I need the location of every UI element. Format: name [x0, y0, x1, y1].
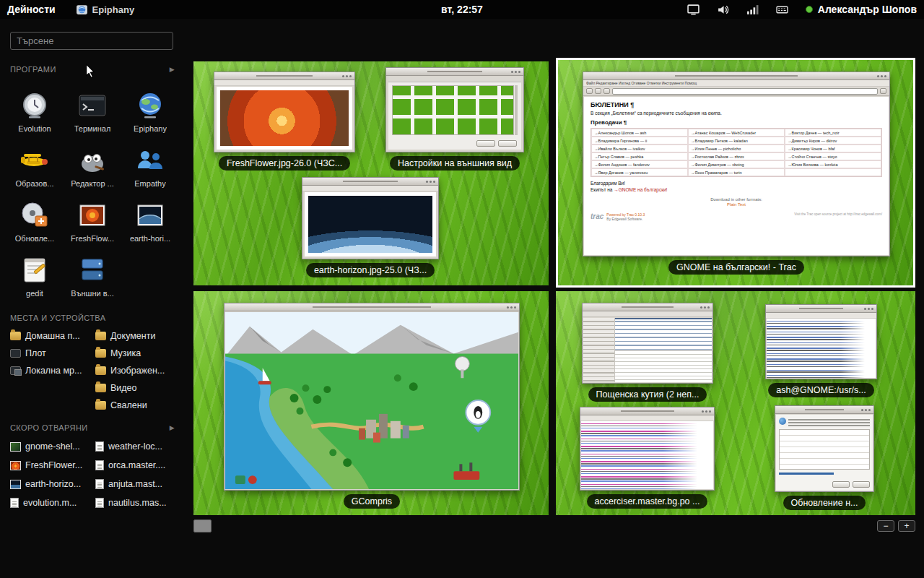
- activities-button[interactable]: Дейности: [7, 4, 56, 15]
- place-videos[interactable]: Видео: [95, 381, 180, 394]
- app-tile-external-drives[interactable]: Външни в...: [64, 247, 121, 298]
- window-gimp-earth[interactable]: [302, 177, 439, 259]
- window-menubar: [214, 80, 354, 86]
- translator-cell: →Красимир Чонов — bfaf: [785, 144, 881, 152]
- search-input[interactable]: [10, 32, 173, 50]
- appearance-tabs: [388, 77, 521, 82]
- recent-item[interactable]: evolution.m...: [10, 496, 95, 510]
- place-downloads[interactable]: Свалени: [95, 399, 180, 412]
- app-tile-terminal[interactable]: Терминал: [64, 82, 121, 133]
- place-desktop[interactable]: Плот: [10, 347, 95, 360]
- user-menu[interactable]: Александър Шопов: [806, 4, 917, 15]
- url-bar[interactable]: [612, 88, 878, 95]
- display-icon[interactable]: [687, 4, 699, 16]
- download-label: Download in other formats:: [710, 197, 762, 202]
- updater-link-line: [779, 473, 834, 475]
- app-menu-label: Epiphany: [92, 4, 135, 15]
- forward-button[interactable]: [595, 88, 601, 94]
- reload-button[interactable]: [603, 88, 610, 94]
- recent-item[interactable]: earth-horizo...: [10, 477, 95, 491]
- downloads-folder-icon: [95, 401, 106, 410]
- workspace-1[interactable]: FreshFlower.jpg-26.0 (ЧЗС... Настройки н…: [193, 61, 549, 285]
- window-software-update[interactable]: [775, 405, 874, 492]
- recent-item[interactable]: gnome-shel...: [10, 439, 95, 454]
- app-menu[interactable]: Epiphany: [76, 4, 135, 16]
- back-button[interactable]: [586, 88, 593, 94]
- app-tile-epiphany[interactable]: Epiphany: [121, 82, 179, 133]
- remove-workspace-button[interactable]: −: [877, 520, 894, 532]
- plain-text-link[interactable]: Plain Text: [590, 202, 882, 207]
- app-tile-earth-horizon[interactable]: earth-hori...: [121, 192, 179, 243]
- app-tile-empathy[interactable]: Empathy: [121, 137, 179, 188]
- recent-item[interactable]: orca.master....: [95, 458, 180, 473]
- browser-menubar: Файл Редактиране Изглед Отиване Отметки …: [583, 80, 889, 87]
- place-label: Плот: [25, 348, 46, 358]
- recent-item[interactable]: anjuta.mast...: [95, 477, 180, 491]
- places-right-column: Документи Музика Изображен... Видео Свал…: [95, 329, 180, 412]
- go-button[interactable]: [880, 88, 886, 94]
- powered-by: Powered by Trac 0.10.3 By Edgewall Softw…: [606, 212, 645, 221]
- team-link[interactable]: →GNOME на български!: [614, 187, 667, 192]
- app-tile-evolution[interactable]: Evolution: [6, 82, 64, 133]
- epiphany-icon: [134, 90, 166, 121]
- window-label: Пощенска кутия (2 неп...: [588, 387, 707, 402]
- recent-item[interactable]: nautilus.mas...: [95, 496, 180, 510]
- thanks-text: Благодарим Ви!: [590, 181, 882, 186]
- window-menubar: [766, 313, 876, 319]
- workspace-4[interactable]: Пощенска кутия (2 неп... ash@GNOME:/usr/…: [556, 291, 915, 515]
- network-signal-icon[interactable]: [746, 4, 759, 16]
- documents-folder-icon: [95, 332, 106, 340]
- recent-right-column: weather-loc... orca.master.... anjuta.ma…: [95, 439, 180, 510]
- mail-main-pane: [615, 318, 712, 382]
- place-documents[interactable]: Документи: [95, 329, 180, 342]
- clock[interactable]: вт, 22:57: [441, 4, 483, 15]
- workspace-pager[interactable]: [193, 519, 212, 532]
- recent-item[interactable]: weather-loc...: [95, 439, 180, 454]
- app-tile-updates[interactable]: Обновле...: [6, 192, 64, 243]
- gcompris-map: [225, 312, 518, 489]
- recent-label: orca.master....: [108, 460, 165, 470]
- app-tile-gcompris[interactable]: Образов...: [6, 137, 64, 188]
- recent-item[interactable]: FreshFlower...: [10, 458, 95, 473]
- window-titlebar: [214, 72, 354, 80]
- recent-expand-icon[interactable]: ▶: [170, 424, 175, 431]
- gedit-icon: [19, 254, 51, 286]
- window-titlebar: [775, 406, 873, 414]
- volume-icon[interactable]: [717, 4, 729, 16]
- window-group-trac: Файл Редактиране Изглед Отиване Отметки …: [583, 72, 890, 275]
- text-file-icon: [95, 479, 104, 489]
- app-label: Epiphany: [134, 124, 167, 133]
- place-label: Музика: [110, 348, 141, 358]
- window-titlebar: [302, 178, 438, 186]
- place-home[interactable]: Домашна п...: [10, 329, 95, 342]
- place-pictures[interactable]: Изображен...: [95, 364, 180, 377]
- app-label: Empathy: [134, 179, 165, 188]
- recent-label: evolution.m...: [23, 498, 77, 508]
- window-gimp-freshflower[interactable]: [214, 72, 355, 152]
- page-footer: trac Powered by Trac 0.10.3 By Edgewall …: [590, 212, 882, 221]
- add-workspace-button[interactable]: +: [898, 520, 915, 532]
- window-label: GNOME на български! - Trac: [668, 260, 804, 275]
- window-gcompris[interactable]: [224, 303, 520, 491]
- window-evolution-mail[interactable]: [582, 303, 713, 384]
- window-terminal[interactable]: [765, 304, 877, 379]
- keyboard-input-icon[interactable]: [776, 4, 788, 16]
- app-tile-gedit[interactable]: gedit: [6, 247, 64, 298]
- workspace-3[interactable]: GCompris: [193, 291, 549, 515]
- mail-preview-pane: [615, 351, 712, 382]
- translator-cell: →Димитър Киров — dkirov: [785, 137, 881, 144]
- gcompris-plane-icon: [19, 144, 51, 176]
- updates-list: [779, 429, 870, 470]
- place-local-network[interactable]: Локална мр...: [10, 364, 95, 377]
- workspace-2-active[interactable]: Файл Редактиране Изглед Отиване Отметки …: [556, 58, 915, 288]
- app-tile-freshflower[interactable]: FreshFlow...: [64, 192, 121, 243]
- app-tile-gimp[interactable]: Редактор ...: [64, 137, 121, 188]
- window-label: accerciser.master.bg.po ...: [587, 494, 708, 509]
- programs-expand-icon[interactable]: ▶: [170, 66, 175, 73]
- window-browser-trac[interactable]: Файл Редактиране Изглед Отиване Отметки …: [583, 72, 890, 256]
- place-music[interactable]: Музика: [95, 347, 180, 360]
- window-po-editor[interactable]: [580, 407, 715, 491]
- appearance-body: [388, 77, 521, 150]
- trac-page-content: БЮЛЕТИНИ ¶ В секция „Бюлетини“ са период…: [584, 97, 889, 255]
- window-appearance-settings[interactable]: [385, 67, 524, 152]
